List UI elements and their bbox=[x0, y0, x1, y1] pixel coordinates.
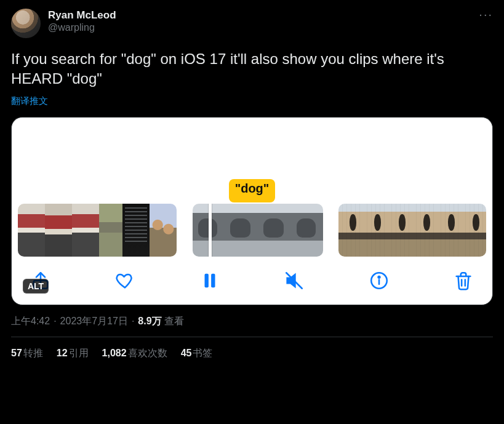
quotes[interactable]: 12引用 bbox=[57, 347, 89, 360]
translate-link[interactable]: 翻译推文 bbox=[11, 95, 493, 107]
clip-thumbnail[interactable] bbox=[18, 204, 45, 257]
more-icon[interactable]: ··· bbox=[479, 7, 493, 22]
tweet-time[interactable]: 上午4:42 bbox=[11, 315, 50, 328]
clip-group-3[interactable] bbox=[338, 204, 486, 257]
info-icon[interactable] bbox=[369, 270, 390, 291]
clip-thumbnail[interactable] bbox=[338, 204, 363, 257]
tooltip-row: "dog" bbox=[17, 179, 487, 202]
tweet-text: If you search for "dog" on iOS 17 it'll … bbox=[11, 49, 493, 89]
clip-thumbnail[interactable] bbox=[99, 204, 122, 257]
views-count: 8.9万 bbox=[138, 315, 161, 328]
display-name[interactable]: Ryan McLeod bbox=[48, 9, 116, 22]
clip-group-1[interactable] bbox=[18, 204, 177, 257]
mute-icon[interactable] bbox=[284, 270, 305, 291]
media-whitespace bbox=[17, 126, 487, 179]
separator: · bbox=[52, 316, 57, 327]
clip-thumbnail[interactable] bbox=[363, 204, 388, 257]
tweet-stats: 57转推 12引用 1,082喜欢次数 45书签 bbox=[11, 337, 493, 360]
svg-rect-2 bbox=[211, 273, 215, 287]
clip-thumbnail[interactable] bbox=[412, 204, 437, 257]
media-card[interactable]: "dog" bbox=[11, 117, 493, 305]
clip-thumbnail[interactable] bbox=[291, 204, 323, 257]
media-toolbar bbox=[17, 257, 487, 295]
playhead[interactable] bbox=[209, 204, 212, 257]
clip-thumbnail[interactable] bbox=[258, 204, 291, 257]
tweet-meta: 上午4:42 · 2023年7月17日 · 8.9万 查看 bbox=[11, 315, 493, 328]
pause-icon[interactable] bbox=[199, 270, 220, 291]
trash-icon[interactable] bbox=[453, 270, 474, 291]
clip-thumbnail[interactable] bbox=[122, 204, 150, 257]
heart-icon[interactable] bbox=[114, 270, 135, 291]
alt-badge[interactable]: ALT bbox=[23, 279, 49, 294]
avatar[interactable] bbox=[11, 9, 41, 38]
tweet: Ryan McLeod @warpling ··· If you search … bbox=[0, 0, 504, 360]
search-term-bubble: "dog" bbox=[229, 179, 276, 202]
clip-thumbnail[interactable] bbox=[225, 204, 258, 257]
likes[interactable]: 1,082喜欢次数 bbox=[102, 347, 167, 360]
retweets[interactable]: 57转推 bbox=[11, 347, 43, 360]
svg-rect-1 bbox=[204, 273, 208, 287]
svg-point-6 bbox=[378, 276, 380, 278]
tweet-date[interactable]: 2023年7月17日 bbox=[60, 315, 128, 328]
clip-thumbnail[interactable] bbox=[462, 204, 486, 257]
tweet-header: Ryan McLeod @warpling ··· bbox=[11, 9, 493, 38]
user-block: Ryan McLeod @warpling bbox=[48, 9, 116, 34]
clip-thumbnail[interactable] bbox=[72, 204, 99, 257]
clip-thumbnail[interactable] bbox=[150, 204, 177, 257]
video-timeline[interactable] bbox=[17, 204, 487, 257]
views-label: 查看 bbox=[164, 315, 184, 328]
separator: · bbox=[130, 316, 135, 327]
clip-thumbnail[interactable] bbox=[45, 204, 72, 257]
bookmarks[interactable]: 45书签 bbox=[181, 347, 213, 360]
clip-thumbnail[interactable] bbox=[388, 204, 412, 257]
clip-thumbnail[interactable] bbox=[437, 204, 462, 257]
clip-group-2[interactable] bbox=[193, 204, 323, 257]
handle[interactable]: @warpling bbox=[48, 22, 116, 34]
